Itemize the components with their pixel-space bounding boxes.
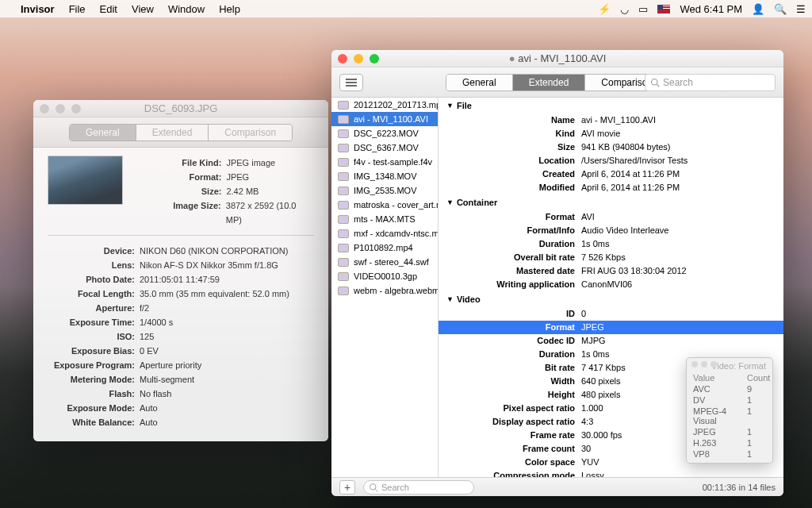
sidebar-item[interactable]: mts - MAX.MTS	[331, 212, 438, 226]
spotlight-icon[interactable]: 🔍	[774, 3, 787, 15]
input-source-flag-icon[interactable]	[657, 5, 670, 13]
file-list-sidebar[interactable]: 20121202_201713.mp4avi - MVI_1100.AVIDSC…	[331, 98, 439, 477]
summary-popover: Video: Format ValueCount AVC9DV1MPEG-4 V…	[686, 357, 773, 464]
property-row[interactable]: CreatedApril 6, 2014 at 11:26 PM	[439, 167, 783, 181]
sidebar-item-label: DSC_6367.MOV	[354, 143, 419, 152]
search-icon	[369, 483, 378, 492]
sidebar-item[interactable]: avi - MVI_1100.AVI	[331, 112, 438, 126]
property-row[interactable]: Compression modeLossy	[439, 469, 783, 477]
image-thumbnail	[48, 156, 123, 205]
info-row: Exposure Mode:Auto	[48, 401, 314, 415]
svg-point-2	[370, 483, 377, 490]
menu-view[interactable]: View	[132, 3, 154, 15]
sidebar-item[interactable]: DSC_6367.MOV	[331, 140, 438, 155]
property-row[interactable]: KindAVI movie	[439, 127, 783, 140]
sidebar-item[interactable]: webm - algebra.webm	[331, 283, 438, 298]
tab-extended[interactable]: Extended	[136, 125, 209, 140]
sidebar-item[interactable]: 20121202_201713.mp4	[331, 98, 438, 112]
sidebar-item[interactable]: VIDEO0010.3gp	[331, 269, 438, 283]
property-row[interactable]: Location/Users/Shared/Invisor Tests	[439, 154, 783, 167]
tab-extended[interactable]: Extended	[513, 75, 586, 90]
sidebar-item-label: f4v - test-sample.f4v	[354, 157, 432, 167]
property-row[interactable]: Codec IDMJPG	[439, 334, 783, 348]
sidebar-item-label: DSC_6223.MOV	[354, 129, 419, 138]
window-title: ● avi - MVI_1100.AVI	[331, 52, 783, 64]
section-header-video[interactable]: ▼Video	[439, 291, 783, 307]
svg-line-1	[657, 84, 659, 87]
sidebar-item[interactable]: mxf - xdcamdv-ntsc.mxf	[331, 226, 438, 241]
menu-edit[interactable]: Edit	[100, 3, 117, 15]
property-row[interactable]: Format/InfoAudio Video Interleave	[439, 224, 783, 237]
file-icon	[338, 187, 349, 195]
property-row[interactable]: Overall bit rate7 526 Kbps	[439, 251, 783, 264]
tab-comparison[interactable]: Comparison	[209, 125, 292, 140]
menu-help[interactable]: Help	[219, 3, 240, 15]
summary-row: DV1	[687, 394, 772, 406]
info-row: Focal Length:35.0 mm (35 mm equivalent: …	[48, 287, 314, 301]
sidebar-item[interactable]: IMG_1348.MOV	[331, 169, 438, 183]
svg-line-3	[375, 489, 377, 491]
titlebar[interactable]: ● avi - MVI_1100.AVI	[331, 50, 783, 67]
property-row[interactable]: ID0	[439, 307, 783, 321]
sidebar-item-label: swf - stereo_44.swf	[354, 257, 429, 267]
sidebar-item[interactable]: f4v - test-sample.f4v	[331, 155, 438, 169]
summary-row: JPEG1	[687, 426, 772, 437]
file-icon	[338, 287, 349, 295]
summary-row: VP81	[687, 448, 772, 460]
info-row: Photo Date:2011:05:01 11:47:59	[48, 272, 314, 287]
info-row: ISO:125	[48, 329, 314, 344]
app-menu[interactable]: Invisor	[21, 3, 55, 15]
file-icon	[338, 115, 349, 124]
sidebar-item-label: mts - MAX.MTS	[354, 214, 416, 224]
summary-row: AVC9	[687, 383, 772, 394]
status-text: 00:11:36 in 14 files	[703, 483, 776, 492]
property-row[interactable]: ModifiedApril 6, 2014 at 11:26 PM	[439, 181, 783, 194]
tab-general[interactable]: General	[70, 125, 136, 140]
property-row[interactable]: Nameavi - MVI_1100.AVI	[439, 114, 783, 127]
add-button[interactable]: +	[339, 480, 355, 495]
user-icon[interactable]: 👤	[752, 3, 764, 15]
titlebar[interactable]: DSC_6093.JPG	[33, 100, 328, 117]
menubar: Invisor File Edit View Window Help ⚡ ◡ ▭…	[0, 0, 812, 17]
sidebar-toggle-button[interactable]	[339, 74, 363, 91]
sidebar-item-label: P1010892.mp4	[354, 243, 413, 252]
sidebar-item-label: IMG_2535.MOV	[354, 186, 416, 195]
section-header-container[interactable]: ▼Container	[439, 194, 783, 210]
menu-file[interactable]: File	[69, 3, 86, 15]
info-row: File Kind:JPEG image	[134, 156, 314, 170]
file-icon	[338, 258, 349, 267]
property-row[interactable]: Size941 KB (940804 bytes)	[439, 140, 783, 154]
sidebar-item[interactable]: matroska - cover_art.mkv	[331, 198, 438, 212]
section-header-file[interactable]: ▼File	[439, 98, 783, 114]
file-icon	[338, 229, 349, 238]
window-title: DSC_6093.JPG	[33, 102, 328, 114]
sidebar-item-label: avi - MVI_1100.AVI	[354, 114, 428, 124]
sidebar-item[interactable]: DSC_6223.MOV	[331, 126, 438, 140]
file-icon	[338, 158, 349, 167]
sidebar-item-label: 20121202_201713.mp4	[354, 100, 439, 110]
tab-general[interactable]: General	[446, 75, 513, 90]
statusbar: + Search 00:11:36 in 14 files	[331, 477, 783, 496]
sidebar-item[interactable]: swf - stereo_44.swf	[331, 255, 438, 269]
search-input[interactable]: Search	[645, 74, 776, 91]
menu-window[interactable]: Window	[168, 3, 205, 15]
sidebar-search-input[interactable]: Search	[363, 480, 474, 495]
search-icon	[650, 78, 660, 87]
property-row[interactable]: Mastered dateFRI AUG 03 18:30:04 2012	[439, 264, 783, 278]
notification-center-icon[interactable]: ☰	[796, 3, 806, 15]
svg-point-0	[652, 79, 658, 85]
info-row: Size:2.42 MB	[134, 184, 314, 198]
property-row[interactable]: Duration1s 0ms	[439, 237, 783, 251]
property-row[interactable]: FormatAVI	[439, 210, 783, 224]
info-row: Flash:No flash	[48, 387, 314, 401]
property-row[interactable]: Writing applicationCanonMVI06	[439, 278, 783, 291]
info-row: Metering Mode:Multi-segment	[48, 372, 314, 387]
menubar-clock[interactable]: Wed 6:41 PM	[680, 3, 742, 15]
sidebar-item[interactable]: P1010892.mp4	[331, 241, 438, 255]
battery-icon[interactable]: ▭	[638, 3, 648, 15]
wifi-icon[interactable]: ◡	[620, 3, 629, 15]
fast-user-switch-icon[interactable]: ⚡	[598, 3, 611, 15]
property-row[interactable]: FormatJPEG	[439, 321, 783, 334]
sidebar-item-label: mxf - xdcamdv-ntsc.mxf	[354, 229, 439, 238]
sidebar-item[interactable]: IMG_2535.MOV	[331, 183, 438, 198]
